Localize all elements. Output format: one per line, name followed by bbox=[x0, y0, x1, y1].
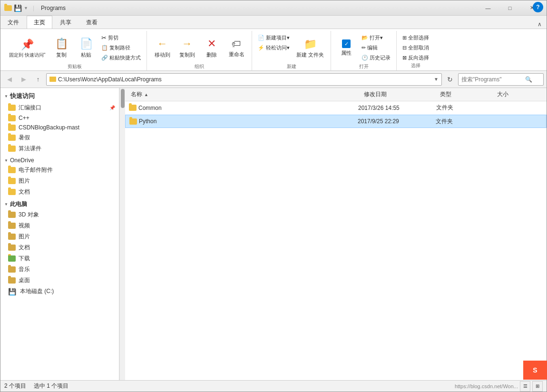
thispc-expand-icon[interactable]: ▼ bbox=[4, 202, 8, 206]
move-to-button[interactable]: ← 移动到 bbox=[151, 33, 174, 63]
details-view-button[interactable]: ☰ bbox=[520, 381, 530, 392]
new-small-btns: 📄 新建项目▾ ⚡ 轻松访问▾ bbox=[256, 33, 292, 52]
sidebar-item-huibian[interactable]: 汇编接口 📌 bbox=[0, 102, 119, 113]
file-row-python[interactable]: Python 2017/9/25 22:29 文件夹 bbox=[125, 115, 547, 128]
delete-button[interactable]: ✕ 删除 bbox=[200, 33, 223, 63]
sidebar-item-csdn[interactable]: CSDNBlogBackup-mast bbox=[0, 123, 119, 132]
select-none-icon: ⊟ bbox=[402, 45, 407, 51]
open-button[interactable]: 📂 打开▾ bbox=[360, 33, 392, 42]
sidebar-item-video[interactable]: 视频 bbox=[0, 220, 119, 231]
sidebar-item-documents[interactable]: 文档 bbox=[0, 242, 119, 253]
new-item-icon: 📄 bbox=[258, 35, 264, 41]
sidebar-item-cpp[interactable]: C++ bbox=[0, 113, 119, 123]
sidebar-item-label: 汇编接口 bbox=[19, 104, 41, 112]
address-input[interactable] bbox=[58, 76, 432, 83]
search-input[interactable] bbox=[461, 76, 523, 83]
copy-path-button[interactable]: 📋 复制路径 bbox=[99, 43, 143, 52]
edit-icon: ✏ bbox=[361, 45, 366, 51]
clipboard-group-label: 剪贴板 bbox=[68, 63, 82, 72]
thispc-section-header: ▼ 此电脑 bbox=[0, 197, 119, 209]
quick-access-expand-icon[interactable]: ▼ bbox=[4, 94, 8, 98]
tab-view[interactable]: 查看 bbox=[79, 16, 105, 29]
rename-button[interactable]: 🏷 重命名 bbox=[225, 33, 248, 63]
ribbon-collapse-btn[interactable]: ∧ bbox=[536, 20, 544, 29]
column-date-header[interactable]: 修改日期 bbox=[362, 88, 438, 101]
open-group-label: 打开 bbox=[359, 63, 369, 72]
pin-indicator: 📌 bbox=[109, 105, 115, 110]
organize-group-label: 组织 bbox=[195, 63, 204, 72]
refresh-button[interactable]: ↻ bbox=[444, 73, 456, 86]
up-button[interactable]: ↑ bbox=[32, 73, 44, 86]
quick-save-icon[interactable]: 💾 bbox=[14, 4, 22, 12]
column-size-header[interactable]: 大小 bbox=[495, 88, 543, 101]
properties-icon: ✓ bbox=[342, 39, 351, 48]
folder-icon bbox=[8, 277, 16, 284]
thispc-label: 此电脑 bbox=[10, 200, 27, 208]
maximize-button[interactable]: □ bbox=[499, 0, 521, 16]
new-item-button[interactable]: 📄 新建项目▾ bbox=[256, 33, 292, 42]
tab-share[interactable]: 共享 bbox=[53, 16, 78, 29]
column-name-header[interactable]: 名称 ▲ bbox=[129, 88, 362, 101]
large-icons-view-button[interactable]: ⊞ bbox=[532, 381, 543, 392]
select-all-button[interactable]: ⊞ 全部选择 bbox=[400, 33, 431, 42]
sidebar-item-label: 本地磁盘 (C:) bbox=[20, 287, 54, 295]
paste-shortcut-button[interactable]: 🔗 粘贴快捷方式 bbox=[99, 53, 143, 62]
title-dropdown-icon[interactable]: ▼ bbox=[24, 6, 28, 10]
sidebar-item-label: 3D 对象 bbox=[19, 211, 39, 219]
pin-to-quickaccess-button[interactable]: 📌 固定到 快速访问" bbox=[6, 33, 48, 63]
edit-button[interactable]: ✏ 编辑 bbox=[360, 43, 392, 52]
sidebar-item-downloads[interactable]: 下载 bbox=[0, 253, 119, 264]
sidebar-item-label: C++ bbox=[19, 115, 29, 121]
sidebar-item-docs[interactable]: 文档 bbox=[0, 186, 119, 197]
column-type-header[interactable]: 类型 bbox=[438, 88, 495, 101]
sidebar-item-local-disk[interactable]: 💾 本地磁盘 (C:) bbox=[0, 286, 119, 297]
sidebar-item-3d[interactable]: 3D 对象 bbox=[0, 209, 119, 220]
ribbon-help-btn[interactable]: ? bbox=[533, 2, 543, 12]
sidebar-item-pics[interactable]: 图片 bbox=[0, 176, 119, 186]
csdn-logo: S bbox=[523, 361, 547, 380]
tab-file[interactable]: 文件 bbox=[0, 16, 26, 29]
cut-button[interactable]: ✂ 剪切 bbox=[99, 33, 143, 42]
forward-button[interactable]: ▶ bbox=[18, 73, 30, 86]
sidebar-item-desktop[interactable]: 桌面 bbox=[0, 275, 119, 286]
sidebar-item-label: 电子邮件附件 bbox=[19, 166, 53, 174]
folder-icon bbox=[8, 266, 16, 273]
status-left: 2 个项目 选中 1 个项目 bbox=[4, 382, 455, 390]
properties-button[interactable]: ✓ 属性 bbox=[335, 33, 358, 63]
sidebar-item-images[interactable]: 图片 bbox=[0, 231, 119, 242]
sidebar-item-suanfa[interactable]: 算法课件 bbox=[0, 143, 119, 154]
folder-icon bbox=[8, 135, 16, 141]
copy-button[interactable]: 📋 复制 bbox=[50, 33, 73, 63]
minimize-button[interactable]: — bbox=[477, 0, 499, 16]
new-content: 📄 新建项目▾ ⚡ 轻松访问▾ 📁 新建 文件夹 bbox=[256, 31, 327, 63]
history-button[interactable]: 🕐 历史记录 bbox=[360, 53, 392, 62]
new-folder-button[interactable]: 📁 新建 文件夹 bbox=[293, 33, 327, 63]
sidebar-scrollbar[interactable] bbox=[119, 88, 125, 380]
file-name: Common bbox=[138, 105, 356, 111]
sidebar-item-label: 算法课件 bbox=[19, 145, 41, 153]
invert-select-button[interactable]: ⊠ 反向选择 bbox=[400, 53, 431, 62]
address-bar[interactable]: ▼ bbox=[46, 73, 442, 86]
back-button[interactable]: ◀ bbox=[3, 73, 16, 86]
quick-access-label: 快速访问 bbox=[10, 92, 35, 100]
title-bar: 💾 ▼ | Programs — □ ✕ bbox=[0, 0, 547, 16]
folder-icon bbox=[8, 125, 16, 131]
select-btns: ⊞ 全部选择 ⊟ 全部取消 ⊠ 反向选择 bbox=[400, 33, 431, 62]
sidebar-item-music[interactable]: 音乐 bbox=[0, 264, 119, 275]
onedrive-expand-icon[interactable]: ▼ bbox=[4, 158, 8, 163]
folder-icon bbox=[8, 105, 16, 111]
search-bar[interactable]: 🔍 bbox=[458, 73, 544, 86]
paste-button[interactable]: 📄 粘贴 bbox=[75, 33, 98, 63]
delete-icon: ✕ bbox=[207, 38, 216, 50]
address-dropdown-arrow[interactable]: ▼ bbox=[434, 77, 439, 82]
file-date: 2017/9/25 22:29 bbox=[358, 118, 434, 125]
easy-access-button[interactable]: ⚡ 轻松访问▾ bbox=[256, 43, 292, 52]
rename-icon: 🏷 bbox=[232, 39, 241, 49]
tab-home[interactable]: 主页 bbox=[27, 16, 52, 29]
window-title: Programs bbox=[41, 5, 477, 11]
select-none-button[interactable]: ⊟ 全部取消 bbox=[400, 43, 431, 52]
copy-to-button[interactable]: → 复制到 bbox=[176, 33, 198, 63]
file-row-common[interactable]: Common 2017/3/26 14:55 文件夹 bbox=[125, 101, 547, 115]
sidebar-item-shujia[interactable]: 暑假 bbox=[0, 132, 119, 143]
sidebar-item-email[interactable]: 电子邮件附件 bbox=[0, 165, 119, 176]
